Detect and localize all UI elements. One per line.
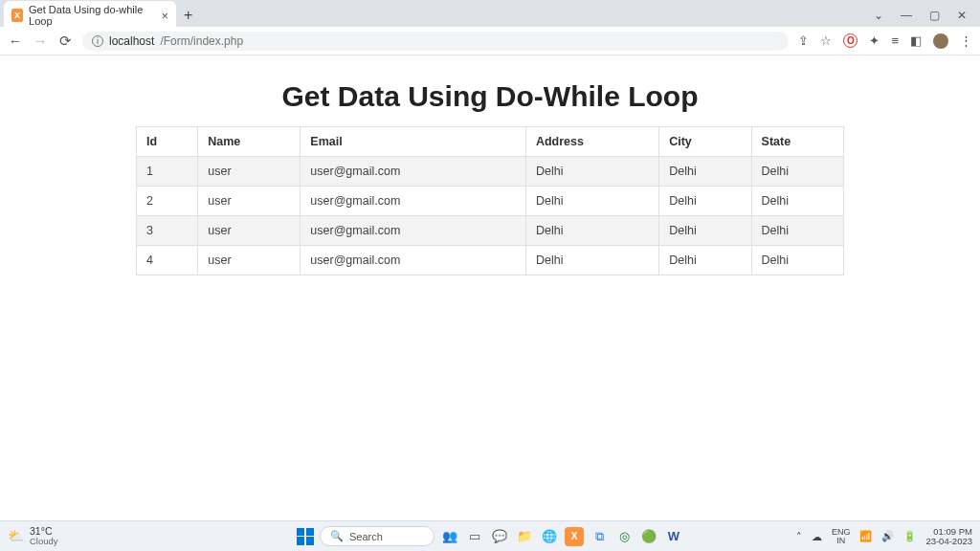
cell-state: Delhi: [751, 187, 843, 216]
url-host: localhost: [109, 34, 154, 48]
cell-id: 3: [137, 216, 198, 246]
toolbar-icons: ⇪ ☆ O ✦ ≡ ◧ ⋮: [798, 33, 972, 49]
browser-tab[interactable]: X Get Data Using do-while Loop ×: [4, 1, 176, 30]
task-chat-icon[interactable]: 💬: [490, 527, 509, 546]
task-explorer-icon[interactable]: 📁: [515, 527, 534, 546]
col-header-id: Id: [137, 127, 198, 157]
task-word-icon[interactable]: W: [664, 527, 683, 546]
close-window-button[interactable]: ✕: [957, 9, 967, 22]
cell-name: user: [198, 157, 301, 187]
cell-city: Delhi: [659, 216, 751, 246]
tray-volume-icon[interactable]: 🔊: [881, 530, 894, 542]
weather-cond: Cloudy: [30, 537, 58, 546]
table-row: 3useruser@gmail.comDelhiDelhiDelhi: [137, 216, 844, 246]
xampp-favicon-icon: X: [11, 9, 23, 22]
cell-state: Delhi: [751, 216, 843, 246]
language-indicator[interactable]: ENG IN: [832, 528, 851, 545]
forward-button[interactable]: →: [33, 33, 48, 49]
weather-icon: ⛅: [8, 528, 24, 543]
address-bar: ← → ⟳ i localhost/Form/index.php ⇪ ☆ O ✦…: [0, 27, 980, 55]
col-header-name: Name: [198, 127, 301, 157]
reading-list-icon[interactable]: ≡: [891, 33, 899, 48]
table-row: 4useruser@gmail.comDelhiDelhiDelhi: [137, 246, 844, 276]
tab-title: Get Data Using do-while Loop: [29, 4, 149, 27]
cell-email: user@gmail.com: [301, 216, 526, 246]
task-edge-icon[interactable]: ◎: [614, 527, 634, 546]
task-xampp-icon[interactable]: X: [565, 527, 584, 546]
task-app-icon[interactable]: 🟢: [639, 527, 658, 546]
system-tray: ˄ ☁ ENG IN 📶 🔊 🔋 01:09 PM 23-04-2023: [796, 527, 972, 546]
tray-wifi-icon[interactable]: 📶: [859, 530, 872, 542]
col-header-city: City: [659, 127, 751, 157]
side-panel-icon[interactable]: ◧: [910, 33, 922, 48]
weather-widget[interactable]: ⛅ 31°C Cloudy: [8, 526, 58, 546]
cell-address: Delhi: [525, 157, 658, 187]
page-content: Get Data Using Do-While Loop Id Name Ema…: [0, 55, 980, 293]
task-vscode-icon[interactable]: ⧉: [590, 527, 609, 546]
site-info-icon[interactable]: i: [92, 35, 103, 47]
task-avatars-icon[interactable]: 👥: [440, 527, 459, 546]
minimize-button[interactable]: —: [901, 9, 912, 22]
tray-chevron-icon[interactable]: ˄: [796, 531, 802, 542]
cell-id: 1: [137, 157, 198, 187]
opera-icon[interactable]: O: [843, 33, 858, 48]
cell-email: user@gmail.com: [301, 157, 526, 187]
maximize-button[interactable]: ▢: [929, 9, 940, 22]
page-title: Get Data Using Do-While Loop: [0, 80, 980, 113]
tabs-bar: X Get Data Using do-while Loop × + ⌄ — ▢…: [0, 0, 980, 27]
search-placeholder: Search: [349, 531, 383, 542]
url-path: /Form/index.php: [160, 34, 243, 48]
cell-city: Delhi: [659, 157, 751, 187]
task-taskview-icon[interactable]: ▭: [465, 527, 484, 546]
taskbar-search[interactable]: 🔍 Search: [320, 526, 434, 546]
cell-state: Delhi: [751, 246, 843, 276]
cell-city: Delhi: [659, 246, 751, 276]
search-icon: 🔍: [330, 530, 344, 542]
cell-name: user: [198, 187, 301, 216]
window-controls: ⌄ — ▢ ✕: [874, 9, 976, 22]
cell-id: 2: [137, 187, 198, 216]
cell-address: Delhi: [525, 216, 658, 246]
profile-avatar[interactable]: [933, 33, 948, 49]
cell-email: user@gmail.com: [301, 246, 526, 276]
share-icon[interactable]: ⇪: [798, 33, 809, 48]
menu-icon[interactable]: ⋮: [960, 33, 972, 48]
reload-button[interactable]: ⟳: [57, 33, 73, 50]
extensions-icon[interactable]: ✦: [869, 33, 880, 48]
url-input[interactable]: i localhost/Form/index.php: [82, 32, 789, 51]
taskbar: ⛅ 31°C Cloudy 🔍 Search 👥 ▭ 💬 📁 🌐 X ⧉ ◎ 🟢…: [0, 520, 980, 551]
data-table: Id Name Email Address City State 1userus…: [136, 126, 844, 276]
taskbar-center: 🔍 Search 👥 ▭ 💬 📁 🌐 X ⧉ ◎ 🟢 W: [297, 526, 683, 546]
table-header-row: Id Name Email Address City State: [137, 127, 844, 157]
tray-battery-icon[interactable]: 🔋: [903, 530, 916, 542]
bookmark-icon[interactable]: ☆: [820, 33, 832, 48]
cell-name: user: [198, 216, 301, 246]
col-header-address: Address: [525, 127, 658, 157]
col-header-email: Email: [301, 127, 526, 157]
tray-onedrive-icon[interactable]: ☁: [812, 531, 822, 542]
table-row: 1useruser@gmail.comDelhiDelhiDelhi: [137, 157, 844, 187]
cell-name: user: [198, 246, 301, 276]
col-header-state: State: [751, 127, 843, 157]
cell-city: Delhi: [659, 187, 751, 216]
task-chrome-icon[interactable]: 🌐: [540, 527, 559, 546]
cell-state: Delhi: [751, 157, 843, 187]
browser-chrome: X Get Data Using do-while Loop × + ⌄ — ▢…: [0, 0, 980, 55]
back-button[interactable]: ←: [8, 33, 23, 49]
cell-id: 4: [137, 246, 198, 276]
cell-address: Delhi: [525, 246, 658, 276]
new-tab-button[interactable]: +: [176, 7, 200, 24]
cell-address: Delhi: [525, 187, 658, 216]
window-caret-icon[interactable]: ⌄: [874, 9, 883, 22]
close-tab-button[interactable]: ×: [161, 9, 168, 23]
table-row: 2useruser@gmail.comDelhiDelhiDelhi: [137, 187, 844, 216]
cell-email: user@gmail.com: [301, 187, 526, 216]
clock[interactable]: 01:09 PM 23-04-2023: [925, 527, 972, 546]
start-button[interactable]: [297, 528, 314, 545]
